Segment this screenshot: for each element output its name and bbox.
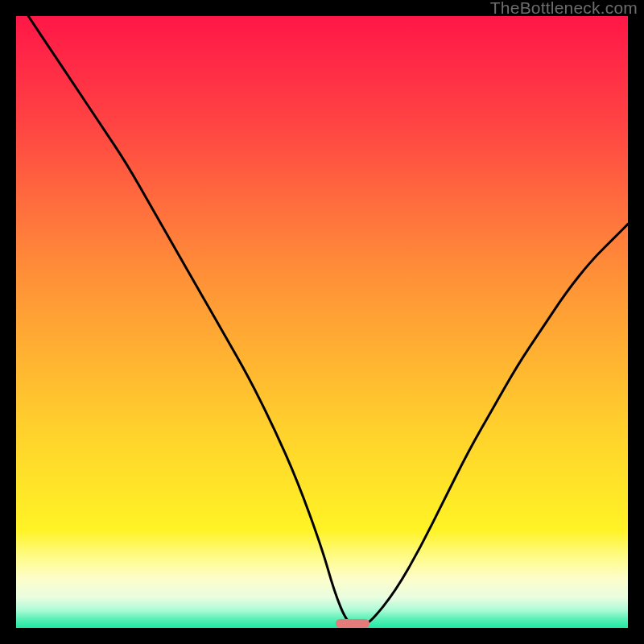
bottleneck-marker [336, 619, 369, 628]
bottleneck-curve [16, 16, 628, 628]
watermark-text: TheBottleneck.com [490, 0, 638, 18]
chart-frame: TheBottleneck.com [0, 0, 644, 644]
plot-area [16, 16, 628, 628]
